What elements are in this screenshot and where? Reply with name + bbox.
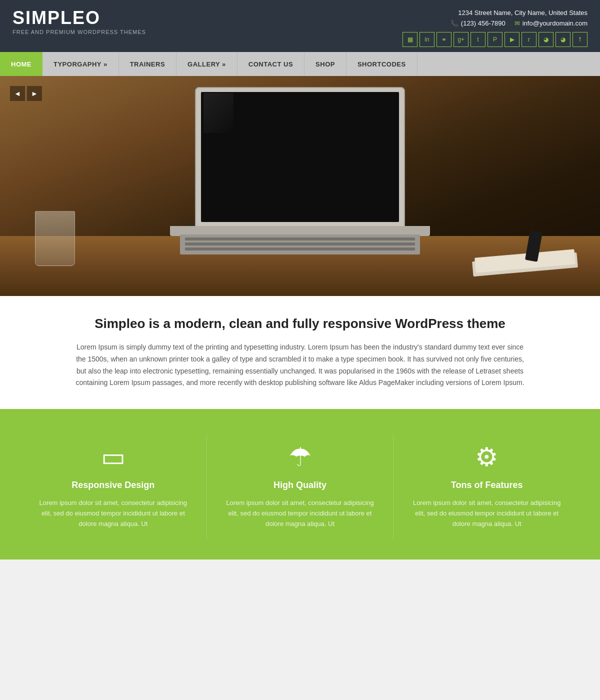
- intro-text: Lorem Ipsum is simply dummy text of the …: [75, 342, 525, 389]
- nav-item-typography[interactable]: TYPORGAPHY »: [42, 52, 119, 76]
- phone-number: (123) 456-7890: [461, 20, 506, 27]
- site-header: SIMPLEO FREE AND PREMIUM WORDPRESS THEME…: [0, 0, 600, 52]
- brand-tagline: FREE AND PREMIUM WORDPRESS THEMES: [12, 29, 146, 35]
- gear-icon: ⚙: [408, 444, 565, 470]
- email-icon: ✉: [514, 20, 520, 27]
- instagram-icon[interactable]: ▩: [402, 32, 418, 47]
- feature-text-responsive: Lorem ipsum dolor sit amet, consectetur …: [35, 498, 192, 529]
- feature-col-features: ⚙ Tons of Features Lorem ipsum dolor sit…: [394, 434, 580, 539]
- nav-item-shortcodes[interactable]: SHORTCODES: [346, 52, 418, 76]
- feature-col-responsive: ▭ Responsive Design Lorem ipsum dolor si…: [20, 434, 207, 539]
- brand: SIMPLEO FREE AND PREMIUM WORDPRESS THEME…: [12, 9, 146, 35]
- contact-row: 📞 (123) 456-7890 ✉ info@yourdomain.com: [402, 20, 588, 27]
- pinterest-icon[interactable]: P: [488, 32, 502, 47]
- slider-controls: ◄ ►: [10, 86, 42, 101]
- flickr-icon[interactable]: ◕: [556, 32, 570, 47]
- feature-title-quality: High Quality: [222, 480, 378, 490]
- phone-contact: 📞 (123) 456-7890: [450, 20, 506, 27]
- intro-title: Simpleo is a modern, clean and fully res…: [40, 316, 560, 332]
- tablet-icon: ▭: [35, 444, 192, 470]
- umbrella-icon: ☂: [222, 444, 378, 470]
- google-plus-icon[interactable]: g+: [454, 32, 468, 47]
- slider-next-button[interactable]: ►: [27, 86, 42, 101]
- main-nav: HOME TYPORGAPHY » TRAINERS GALLERY » CON…: [0, 52, 600, 76]
- feature-text-features: Lorem ipsum dolor sit amet, consectetur …: [408, 498, 565, 529]
- email-contact: ✉ info@yourdomain.com: [514, 20, 588, 27]
- social-icons-bar: ▩ in ⚭ g+ t P ▶ 𝕣 ◕ ◕ f: [402, 32, 588, 47]
- laptop-screen-outer: [195, 87, 405, 227]
- tumblr-icon[interactable]: t: [470, 32, 486, 47]
- nav-item-gallery[interactable]: GALLERY »: [176, 52, 238, 76]
- brand-name: SIMPLEO: [12, 9, 146, 27]
- rss-icon[interactable]: ◕: [538, 32, 554, 47]
- feature-title-responsive: Responsive Design: [35, 480, 192, 490]
- laptop-keyboard: [180, 234, 420, 254]
- feature-col-quality: ☂ High Quality Lorem ipsum dolor sit ame…: [207, 434, 394, 539]
- nav-item-home[interactable]: HOME: [0, 52, 42, 76]
- phone-icon: 📞: [450, 20, 458, 27]
- features-section: ▭ Responsive Design Lorem ipsum dolor si…: [0, 409, 600, 559]
- address: 1234 Street Name, City Name, United Stat…: [402, 9, 588, 16]
- hero-slider: ◄ ►: [0, 76, 600, 296]
- nav-item-trainers[interactable]: TRAINERS: [119, 52, 176, 76]
- glass: [35, 211, 75, 266]
- header-contact: 1234 Street Name, City Name, United Stat…: [402, 9, 588, 47]
- laptop-image: [155, 87, 445, 267]
- linkedin-icon[interactable]: in: [420, 32, 434, 47]
- youtube-icon[interactable]: ▶: [504, 32, 520, 47]
- feature-text-quality: Lorem ipsum dolor sit amet, consectetur …: [222, 498, 378, 529]
- facebook-icon[interactable]: f: [572, 32, 588, 47]
- intro-section: Simpleo is a modern, clean and fully res…: [0, 296, 600, 409]
- email-address: info@yourdomain.com: [522, 20, 588, 27]
- twitter-icon[interactable]: 𝕣: [522, 32, 536, 47]
- feature-title-features: Tons of Features: [408, 480, 565, 490]
- slider-prev-button[interactable]: ◄: [10, 86, 25, 101]
- nav-item-contact[interactable]: CONTACT US: [238, 52, 304, 76]
- dribbble-icon[interactable]: ⚭: [436, 32, 452, 47]
- nav-item-shop[interactable]: SHOP: [304, 52, 346, 76]
